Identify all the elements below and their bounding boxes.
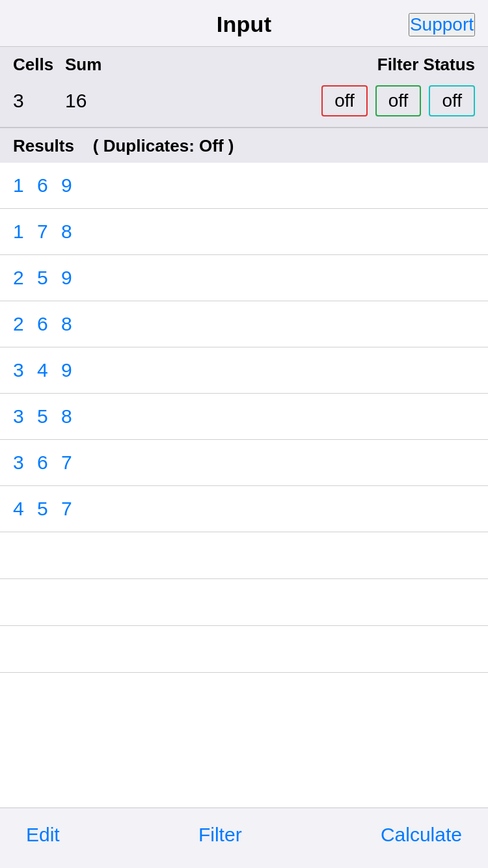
filter-badge-2[interactable]: off xyxy=(375,85,422,116)
list-item[interactable]: 4 5 7 xyxy=(0,486,488,532)
result-text: 1 6 9 xyxy=(13,174,76,197)
col-header-cells: Cells xyxy=(13,55,65,75)
col-header-filter-status: Filter Status xyxy=(377,55,475,75)
results-section-header: Results ( Duplicates: Off ) xyxy=(0,128,488,163)
col-header-sum: Sum xyxy=(65,55,377,75)
page-title: Input xyxy=(217,12,272,37)
calculate-button[interactable]: Calculate xyxy=(381,824,462,846)
results-header: Results ( Duplicates: Off ) xyxy=(13,136,234,156)
list-item-empty xyxy=(0,626,488,673)
list-item[interactable]: 3 6 7 xyxy=(0,440,488,486)
list-item-empty xyxy=(0,579,488,626)
toolbar: Edit Filter Calculate xyxy=(0,807,488,868)
summary-header-row: Cells Sum Filter Status xyxy=(0,47,488,80)
results-list: 1 6 9 1 7 8 2 5 9 2 6 8 3 4 9 3 5 8 3 6 … xyxy=(0,163,488,807)
summary-values-row: 3 16 off off off xyxy=(0,80,488,128)
result-text: 3 6 7 xyxy=(13,452,76,474)
filter-button[interactable]: Filter xyxy=(198,824,242,846)
list-item[interactable]: 3 4 9 xyxy=(0,347,488,394)
result-text: 3 4 9 xyxy=(13,359,76,381)
header: Input Support xyxy=(0,0,488,47)
list-item[interactable]: 2 5 9 xyxy=(0,255,488,301)
result-text: 1 7 8 xyxy=(13,221,76,243)
cells-value: 3 xyxy=(13,90,65,112)
result-text: 2 6 8 xyxy=(13,313,76,335)
result-text: 2 5 9 xyxy=(13,267,76,289)
filter-badge-3[interactable]: off xyxy=(429,85,475,116)
sum-value: 16 xyxy=(65,90,321,112)
list-item[interactable]: 1 7 8 xyxy=(0,209,488,255)
list-item[interactable]: 3 5 8 xyxy=(0,394,488,440)
filter-badge-1[interactable]: off xyxy=(321,85,368,116)
support-button[interactable]: Support xyxy=(409,13,475,36)
result-text: 4 5 7 xyxy=(13,498,76,520)
edit-button[interactable]: Edit xyxy=(26,824,60,846)
list-item[interactable]: 2 6 8 xyxy=(0,301,488,347)
filter-badges: off off off xyxy=(321,85,475,116)
list-item-empty xyxy=(0,532,488,579)
list-item[interactable]: 1 6 9 xyxy=(0,163,488,209)
summary-section: Cells Sum Filter Status 3 16 off off off xyxy=(0,47,488,128)
result-text: 3 5 8 xyxy=(13,405,76,427)
